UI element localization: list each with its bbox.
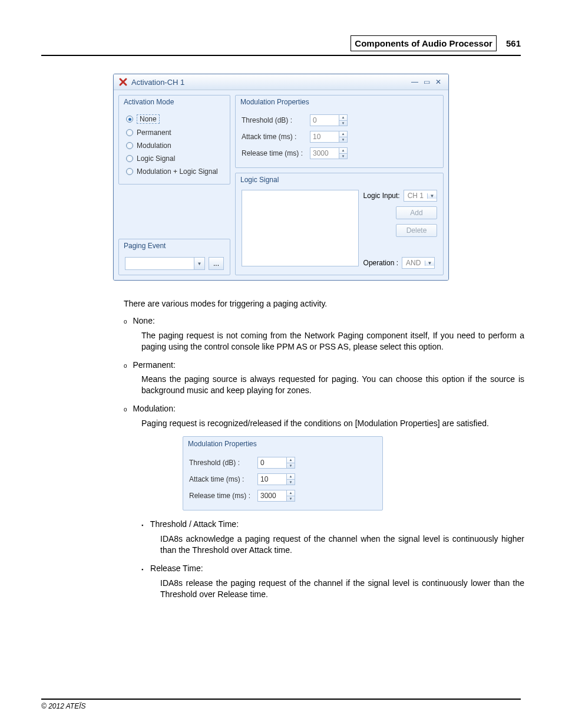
attack-label: Attack time (ms) : bbox=[242, 133, 306, 141]
radio-icon bbox=[126, 142, 133, 149]
titlebar[interactable]: Activation-CH 1 — ▭ ✕ bbox=[114, 74, 448, 90]
modfig-attack-spinner[interactable]: ▲▼ bbox=[287, 473, 295, 485]
window-title: Activation-CH 1 bbox=[131, 78, 184, 87]
sub-body: IDA8s acknowledge a paging request of th… bbox=[160, 533, 524, 556]
sub-body: IDA8s release the paging request of the … bbox=[160, 578, 524, 600]
radio-modulation-logic[interactable]: Modulation + Logic Signal bbox=[125, 165, 224, 178]
modulation-legend: Modulation Properties bbox=[236, 95, 443, 108]
radio-label: Logic Signal bbox=[137, 154, 175, 163]
list-item: o Modulation: bbox=[124, 403, 524, 414]
chevron-up-icon[interactable]: ▲ bbox=[339, 148, 347, 154]
radio-permanent[interactable]: Permanent bbox=[125, 126, 224, 139]
square-bullet-icon: ▪ bbox=[141, 566, 143, 572]
paging-event-legend: Paging Event bbox=[119, 239, 230, 252]
activation-mode-legend: Activation Mode bbox=[119, 95, 230, 108]
operation-value: AND bbox=[402, 259, 425, 267]
operation-label: Operation : bbox=[363, 259, 398, 267]
radio-icon bbox=[126, 168, 133, 175]
modfig-release-label: Release time (ms) : bbox=[189, 491, 254, 500]
radio-label: Modulation + Logic Signal bbox=[137, 167, 218, 176]
sub-title: Release Time: bbox=[150, 564, 203, 573]
modfig-release-spinner[interactable]: ▲▼ bbox=[287, 490, 295, 502]
logic-input-label: Logic Input: bbox=[363, 192, 400, 200]
page-header: Components of Audio Processor 561 bbox=[41, 35, 521, 56]
attack-spinner[interactable]: ▲▼ bbox=[339, 131, 348, 143]
release-spinner[interactable]: ▲▼ bbox=[339, 147, 348, 159]
chevron-up-icon[interactable]: ▲ bbox=[287, 490, 295, 496]
paging-event-group: Paging Event ▼ ... bbox=[118, 239, 230, 275]
release-input[interactable] bbox=[310, 147, 339, 159]
list-item: o Permanent: bbox=[124, 360, 524, 371]
modfig-legend: Modulation Properties bbox=[183, 437, 382, 451]
minimize-icon[interactable]: — bbox=[409, 77, 420, 87]
sub-title: Threshold / Attack Time: bbox=[150, 519, 239, 529]
list-body: The paging request is not coming from th… bbox=[141, 330, 524, 353]
maximize-icon[interactable]: ▭ bbox=[421, 77, 432, 87]
radio-icon bbox=[126, 116, 133, 123]
circle-bullet-icon: o bbox=[124, 363, 127, 369]
operation-dropdown[interactable]: AND ▼ bbox=[402, 257, 435, 269]
logic-legend: Logic Signal bbox=[236, 173, 443, 186]
chevron-up-icon[interactable]: ▲ bbox=[287, 474, 295, 480]
close-icon[interactable]: ✕ bbox=[433, 77, 444, 87]
attack-input[interactable] bbox=[310, 131, 339, 143]
paging-event-more-button[interactable]: ... bbox=[209, 257, 224, 270]
chevron-down-icon[interactable]: ▼ bbox=[425, 261, 434, 266]
activation-mode-group: Activation Mode None Permanent Modula bbox=[118, 95, 230, 185]
modfig-release-input[interactable] bbox=[257, 490, 287, 502]
page-number: 561 bbox=[506, 38, 521, 48]
circle-bullet-icon: o bbox=[124, 318, 127, 325]
header-title: Components of Audio Processor bbox=[351, 35, 497, 51]
chevron-down-icon[interactable]: ▼ bbox=[427, 193, 437, 199]
chevron-down-icon[interactable]: ▼ bbox=[339, 154, 347, 159]
activation-window: Activation-CH 1 — ▭ ✕ Activation Mode No… bbox=[113, 74, 449, 281]
chevron-down-icon[interactable]: ▼ bbox=[287, 496, 295, 502]
sub-item: ▪ Release Time: bbox=[141, 563, 524, 574]
page-footer: © 2012 ATEÏS bbox=[41, 699, 521, 710]
radio-label: Modulation bbox=[137, 141, 171, 150]
list-item: o None: bbox=[124, 315, 524, 327]
app-icon bbox=[118, 77, 128, 87]
list-title: None: bbox=[133, 316, 154, 325]
square-bullet-icon: ▪ bbox=[141, 522, 143, 528]
logic-list[interactable] bbox=[242, 190, 359, 266]
modfig-threshold-label: Threshold (dB) : bbox=[189, 458, 254, 467]
release-label: Release time (ms) : bbox=[242, 149, 306, 157]
intro-text: There are various modes for triggering a… bbox=[124, 298, 524, 309]
modfig-attack-input[interactable] bbox=[257, 473, 287, 485]
chevron-down-icon[interactable]: ▼ bbox=[339, 121, 347, 126]
threshold-input[interactable] bbox=[310, 114, 339, 126]
chevron-down-icon[interactable]: ▼ bbox=[339, 137, 347, 143]
circle-bullet-icon: o bbox=[124, 406, 127, 413]
chevron-down-icon[interactable]: ▼ bbox=[194, 258, 204, 269]
chevron-up-icon[interactable]: ▲ bbox=[339, 131, 347, 137]
radio-label: Permanent bbox=[137, 129, 171, 137]
logic-signal-group: Logic Signal Logic Input: CH 1 ▼ bbox=[235, 173, 444, 275]
list-body: Paging request is recognized/released if… bbox=[141, 418, 524, 429]
add-button[interactable]: Add bbox=[396, 206, 437, 219]
modulation-properties-group: Modulation Properties Threshold (dB) : ▲… bbox=[235, 95, 444, 168]
threshold-spinner[interactable]: ▲▼ bbox=[339, 114, 348, 126]
chevron-up-icon[interactable]: ▲ bbox=[287, 457, 295, 463]
radio-label: None bbox=[137, 114, 160, 124]
modfig-threshold-input[interactable] bbox=[257, 457, 287, 469]
radio-none[interactable]: None bbox=[125, 112, 224, 126]
chevron-up-icon[interactable]: ▲ bbox=[339, 115, 347, 121]
radio-icon bbox=[126, 129, 133, 136]
list-title: Permanent: bbox=[133, 360, 175, 370]
radio-logic-signal[interactable]: Logic Signal bbox=[125, 152, 224, 165]
logic-input-value: CH 1 bbox=[404, 192, 427, 200]
threshold-label: Threshold (dB) : bbox=[242, 116, 306, 124]
paging-event-dropdown[interactable]: ▼ bbox=[125, 257, 205, 270]
chevron-down-icon[interactable]: ▼ bbox=[287, 480, 295, 485]
radio-icon bbox=[126, 155, 133, 162]
document-body: There are various modes for triggering a… bbox=[124, 298, 524, 600]
modfig-threshold-spinner[interactable]: ▲▼ bbox=[287, 457, 295, 469]
chevron-down-icon[interactable]: ▼ bbox=[287, 463, 295, 469]
radio-modulation[interactable]: Modulation bbox=[125, 139, 224, 152]
list-title: Modulation: bbox=[133, 404, 175, 413]
delete-button[interactable]: Delete bbox=[396, 224, 437, 237]
modfig-attack-label: Attack time (ms) : bbox=[189, 475, 254, 484]
list-body: Means the paging source is always reques… bbox=[141, 374, 524, 396]
logic-input-dropdown[interactable]: CH 1 ▼ bbox=[404, 190, 437, 202]
